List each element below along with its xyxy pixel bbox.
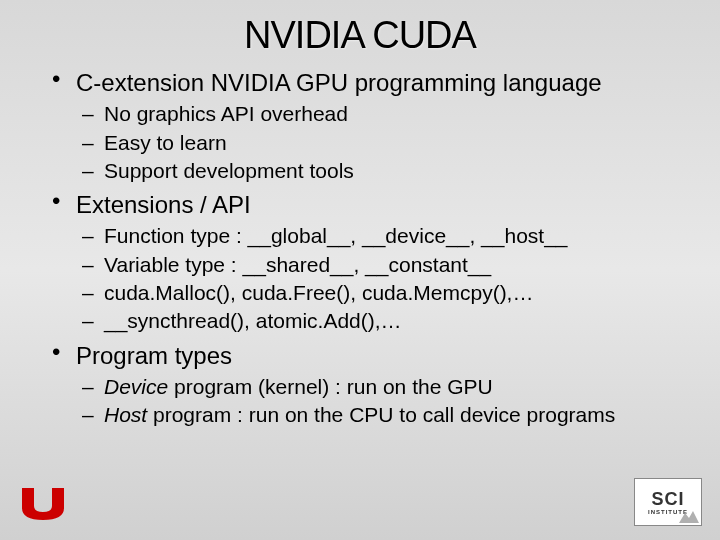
bullet-text: C-extension NVIDIA GPU programming langu… [76,69,602,96]
sci-institute-logo: SCI INSTITUTE [634,478,702,526]
sub-item: __syncthread(), atomic.Add(),… [76,307,700,335]
sub-list: No graphics API overhead Easy to learn S… [76,100,700,185]
sub-list: Device program (kernel) : run on the GPU… [76,373,700,430]
italic-term: Device [104,375,168,398]
bullet-text: Extensions / API [76,191,251,218]
bullet-item: Extensions / API Function type : __globa… [48,189,700,336]
bullet-item: C-extension NVIDIA GPU programming langu… [48,67,700,185]
slide-content: C-extension NVIDIA GPU programming langu… [0,67,720,430]
slide-title: NVIDIA CUDA [0,0,720,67]
sub-item: Variable type : __shared__, __constant__ [76,251,700,279]
sci-logo-text: SCI [651,490,684,508]
italic-term: Host [104,403,147,426]
sub-item: Host program : run on the CPU to call de… [76,401,700,429]
sub-item: cuda.Malloc(), cuda.Free(), cuda.Memcpy(… [76,279,700,307]
mountain-icon [679,509,699,523]
sub-item: Easy to learn [76,129,700,157]
bullet-list: C-extension NVIDIA GPU programming langu… [48,67,700,430]
utah-u-logo [18,486,68,522]
sub-item: Device program (kernel) : run on the GPU [76,373,700,401]
sub-item: Function type : __global__, __device__, … [76,222,700,250]
sub-item: No graphics API overhead [76,100,700,128]
bullet-text: Program types [76,342,232,369]
sub-item-rest: program (kernel) : run on the GPU [168,375,492,398]
sub-list: Function type : __global__, __device__, … [76,222,700,335]
sub-item: Support development tools [76,157,700,185]
bullet-item: Program types Device program (kernel) : … [48,340,700,430]
sub-item-rest: program : run on the CPU to call device … [147,403,615,426]
